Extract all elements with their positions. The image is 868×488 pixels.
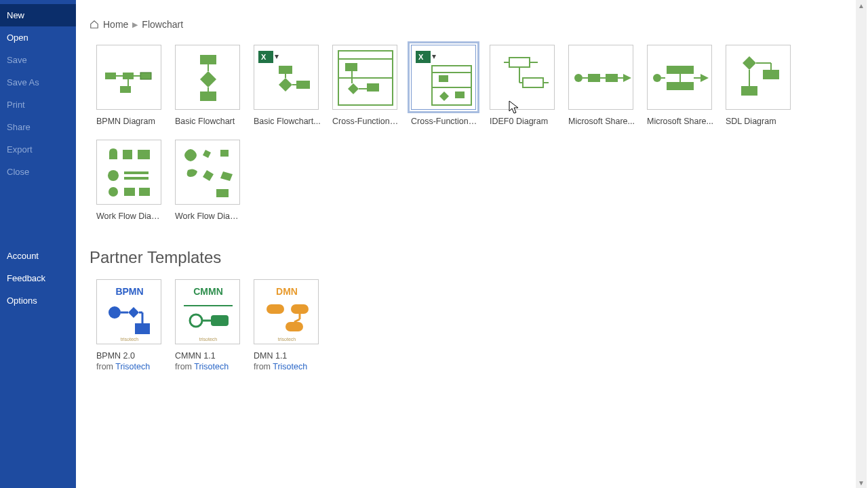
partner-template-dmn[interactable]: DMN trisotech DMN 1.1 from Trisotech <box>254 279 321 371</box>
svg-text:BPMN: BPMN <box>115 286 143 297</box>
svg-marker-34 <box>439 92 449 101</box>
svg-point-64 <box>108 170 119 181</box>
sidebar-item-account[interactable]: Account <box>0 245 76 267</box>
template-thumb <box>175 45 240 110</box>
partner-section-title: Partner Templates <box>90 248 854 267</box>
svg-rect-58 <box>741 86 757 96</box>
scroll-up-icon[interactable]: ▲ <box>856 0 867 11</box>
sidebar-item-open[interactable]: Open <box>0 26 76 49</box>
template-share1[interactable]: Microsoft Share... <box>568 45 636 126</box>
template-basic[interactable]: Basic Flowchart <box>175 45 243 126</box>
svg-text:trisotech: trisotech <box>199 337 218 342</box>
partner-label: DMN 1.1 <box>254 351 321 361</box>
main-panel: Home ▶ Flowchart BPMN Diagram Basic Flow… <box>76 0 868 488</box>
sidebar-item-save: Save <box>0 49 76 71</box>
svg-rect-43 <box>588 74 600 82</box>
svg-marker-9 <box>200 71 216 87</box>
sidebar-item-new[interactable]: New <box>0 4 76 26</box>
backstage-sidebar: New Open Save Save As Print Share Export… <box>0 0 76 488</box>
svg-rect-87 <box>285 322 303 331</box>
svg-rect-22 <box>345 63 357 71</box>
template-label: Microsoft Share... <box>568 117 636 126</box>
template-label: Basic Flowchart... <box>254 117 321 126</box>
partner-template-cmmn[interactable]: CMMN trisotech CMMN 1.1 from Trisotech <box>175 279 243 371</box>
vertical-scrollbar[interactable]: ▲ ▼ <box>856 0 867 488</box>
svg-line-89 <box>294 319 300 322</box>
svg-rect-57 <box>763 70 779 79</box>
svg-rect-66 <box>124 177 149 180</box>
template-label: Microsoft Share... <box>647 117 715 126</box>
sidebar-item-feedback[interactable]: Feedback <box>0 267 76 289</box>
svg-rect-35 <box>509 58 530 67</box>
breadcrumb-current: Flowchart <box>142 19 183 30</box>
template-label: IDEF0 Diagram <box>490 117 557 126</box>
sidebar-item-options[interactable]: Options <box>0 289 76 312</box>
svg-rect-50 <box>667 66 694 74</box>
template-workflow1[interactable]: Work Flow Diagr... <box>96 140 164 221</box>
template-bpmn[interactable]: BPMN Diagram <box>96 45 164 126</box>
template-thumb <box>175 140 240 205</box>
svg-rect-8 <box>200 92 216 101</box>
chevron-right-icon: ▶ <box>132 20 138 29</box>
template-workflow2[interactable]: Work Flow Diagr... <box>175 140 243 221</box>
svg-point-49 <box>653 74 661 82</box>
partner-from: from Trisotech <box>254 362 321 371</box>
breadcrumb: Home ▶ Flowchart <box>90 19 854 30</box>
svg-rect-14 <box>279 66 292 74</box>
template-label: Work Flow Diagr... <box>175 211 243 221</box>
partner-label: BPMN 2.0 <box>96 351 164 361</box>
template-cross-xl[interactable]: X Cross-Functional... <box>411 45 479 126</box>
sidebar-item-share: Share <box>0 116 76 138</box>
svg-rect-68 <box>124 188 135 196</box>
svg-rect-63 <box>138 150 150 159</box>
template-basic-xl[interactable]: X Basic Flowchart... <box>254 45 321 126</box>
svg-marker-56 <box>743 56 756 70</box>
svg-rect-1 <box>123 73 134 79</box>
template-cross[interactable]: Cross-Functional... <box>332 45 400 126</box>
svg-rect-85 <box>267 304 284 314</box>
svg-rect-3 <box>120 86 131 93</box>
partner-thumb: BPMN trisotech <box>96 279 161 344</box>
svg-rect-0 <box>105 73 116 79</box>
template-thumb: X <box>411 45 476 110</box>
partner-thumb: CMMN trisotech <box>175 279 240 344</box>
template-grid: BPMN Diagram Basic Flowchart X Basic Flo… <box>96 45 854 221</box>
scroll-down-icon[interactable]: ▼ <box>856 477 867 488</box>
svg-rect-73 <box>135 323 150 334</box>
svg-marker-15 <box>279 78 292 92</box>
sidebar-item-save-as: Save As <box>0 71 76 94</box>
svg-text:DMN: DMN <box>276 286 298 297</box>
template-label: Work Flow Diagr... <box>96 211 164 221</box>
template-thumb <box>647 45 712 110</box>
breadcrumb-home[interactable]: Home <box>103 19 128 30</box>
svg-text:trisotech: trisotech <box>278 337 296 342</box>
template-thumb: X <box>254 45 319 110</box>
svg-rect-32 <box>439 75 448 82</box>
svg-marker-45 <box>623 74 631 82</box>
svg-point-80 <box>190 314 202 327</box>
svg-marker-72 <box>128 307 139 318</box>
template-idef0[interactable]: IDEF0 Diagram <box>490 45 557 126</box>
sidebar-item-print: Print <box>0 94 76 116</box>
svg-text:trisotech: trisotech <box>121 337 139 342</box>
template-thumb <box>332 45 397 110</box>
svg-marker-24 <box>348 83 359 94</box>
template-thumb <box>96 45 161 110</box>
partner-thumb: DMN trisotech <box>254 279 319 344</box>
partner-from: from Trisotech <box>96 362 164 371</box>
template-share2[interactable]: Microsoft Share... <box>647 45 715 126</box>
svg-text:CMMN: CMMN <box>193 286 223 297</box>
svg-rect-2 <box>140 73 151 79</box>
svg-rect-69 <box>139 188 150 196</box>
partner-from: from Trisotech <box>175 362 243 371</box>
svg-rect-36 <box>523 78 543 87</box>
svg-rect-7 <box>200 55 216 64</box>
svg-text:X: X <box>418 53 424 61</box>
template-sdl[interactable]: SDL Diagram <box>726 45 793 126</box>
partner-grid: BPMN trisotech BPMN 2.0 from Trisotech C… <box>96 279 854 371</box>
home-icon <box>90 20 99 29</box>
partner-template-bpmn[interactable]: BPMN trisotech BPMN 2.0 from Trisotech <box>96 279 164 371</box>
svg-rect-23 <box>367 83 379 92</box>
template-label: Cross-Functional... <box>411 117 479 126</box>
svg-rect-33 <box>455 92 465 98</box>
